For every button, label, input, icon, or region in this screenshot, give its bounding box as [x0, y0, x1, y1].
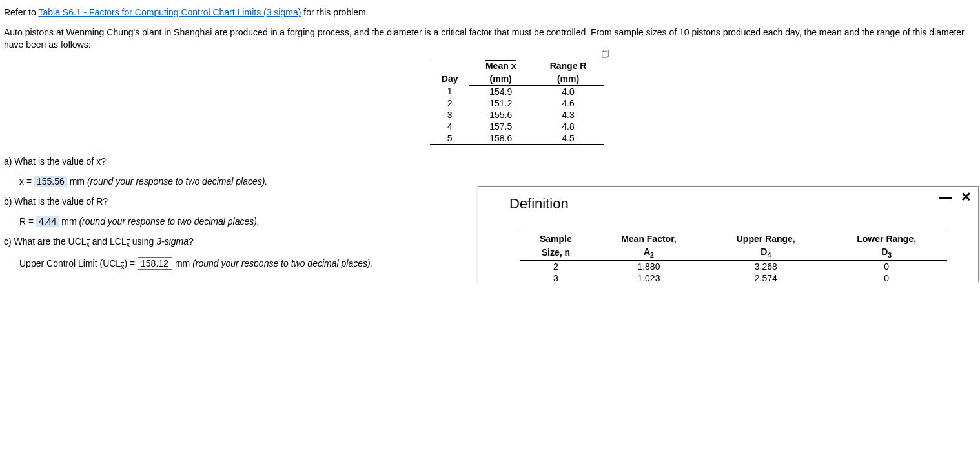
question-a: a) What is the value of x?: [4, 156, 976, 167]
cell-mean: 154.9: [469, 85, 532, 97]
refer-prefix: Refer to: [4, 7, 38, 17]
qc-post: using: [130, 236, 156, 247]
refer-suffix: for this problem.: [301, 7, 368, 17]
table-row: 31.0232.5740: [520, 272, 947, 282]
qb-hint: (round your response to two decimal plac…: [79, 216, 259, 227]
qa-suffix: ?: [101, 156, 106, 167]
sample-data-table: Day Mean x Range R (mm) (mm) 1154.94.021…: [430, 59, 604, 145]
definition-popup: Definition — ✕ Sample Mean Factor, Upper…: [478, 186, 979, 282]
col-day: Day: [430, 59, 469, 85]
cell-range: 4.6: [532, 97, 604, 109]
cell-day: 2: [430, 97, 469, 109]
qc-sigma: 3-sigma: [156, 236, 189, 247]
cell-mean: 157.5: [469, 121, 532, 132]
qc-mid: and LCL: [90, 236, 127, 247]
cell-day: 5: [430, 132, 469, 145]
col-d4-top: Upper Range,: [706, 232, 826, 246]
col-a2-bot: A2: [592, 245, 706, 260]
cell-a2: 1.880: [592, 260, 706, 272]
qc-unit: mm: [172, 258, 192, 268]
cell-range: 4.8: [532, 121, 604, 132]
cell-day: 3: [430, 109, 469, 121]
answer-a: x = 155.56 mm (round your response to tw…: [19, 176, 976, 187]
col-a2-top: Mean Factor,: [592, 232, 706, 246]
qa-prefix: a) What is the value of: [4, 156, 96, 167]
qb-eq: =: [26, 216, 36, 227]
qb-unit: mm: [59, 216, 79, 227]
minimize-icon[interactable]: —: [939, 190, 952, 203]
col-d3-bot: D3: [826, 245, 947, 260]
table-row: 21.8803.2680: [520, 260, 947, 272]
qa-eq: =: [24, 176, 34, 187]
cell-d3: 0: [826, 272, 947, 282]
problem-statement: Auto pistons at Wenming Chung's plant in…: [4, 26, 976, 51]
qc-label-pre: Upper Control Limit (UCL: [19, 258, 121, 268]
qb-prefix: b) What is the value of: [4, 196, 96, 207]
rbar-symbol: R: [96, 196, 103, 207]
col-range-top: Range R: [532, 59, 604, 72]
qc-q: ?: [189, 236, 194, 247]
rbar-ans: R: [19, 216, 26, 227]
table-row: 5158.64.5: [430, 132, 604, 145]
table-row: 2151.24.6: [430, 97, 604, 109]
col-n-bot: Size, n: [520, 245, 592, 260]
answer-a-value[interactable]: 155.56: [34, 176, 67, 187]
sample-data-table-wrap: Day Mean x Range R (mm) (mm) 1154.94.021…: [430, 59, 604, 145]
cell-d3: 0: [826, 260, 947, 272]
col-d3-top: Lower Range,: [826, 232, 947, 246]
table-row: 4157.54.8: [430, 121, 604, 132]
cell-range: 4.3: [532, 109, 604, 121]
cell-mean: 151.2: [469, 97, 532, 109]
close-icon[interactable]: ✕: [961, 190, 972, 203]
qa-hint: (round your response to two decimal plac…: [87, 176, 267, 187]
cell-day: 4: [430, 121, 469, 132]
cell-range: 4.5: [532, 132, 604, 145]
qc-pre: c) What are the UCL: [4, 236, 87, 247]
col-range-bot: (mm): [532, 72, 604, 86]
xdblbar-symbol: x: [96, 156, 101, 167]
qa-unit: mm: [67, 176, 87, 187]
cell-mean: 158.6: [469, 132, 532, 145]
cell-n: 3: [520, 272, 592, 282]
cell-day: 1: [430, 85, 469, 97]
popup-title: Definition: [509, 196, 569, 212]
cell-mean: 155.6: [469, 109, 532, 121]
table-link[interactable]: Table S6.1 - Factors for Computing Contr…: [38, 7, 301, 17]
qb-suffix: ?: [103, 196, 108, 207]
copy-icon[interactable]: [602, 50, 611, 59]
qc-label-post: ) =: [124, 258, 138, 268]
qc-hint: (round your response to two decimal plac…: [192, 258, 373, 268]
answer-c-value[interactable]: 158.12: [138, 257, 172, 270]
cell-d4: 2.574: [706, 272, 826, 282]
cell-a2: 1.023: [592, 272, 706, 282]
col-d4-bot: D4: [706, 245, 826, 260]
svg-rect-1: [602, 51, 607, 57]
table-row: 1154.94.0: [430, 85, 604, 97]
xdblbar-ans: x: [19, 176, 24, 187]
col-mean-top: Mean x: [469, 59, 532, 72]
cell-n: 2: [520, 260, 592, 272]
factor-table: Sample Mean Factor, Upper Range, Lower R…: [520, 232, 947, 282]
cell-d4: 3.268: [706, 260, 826, 272]
col-n-top: Sample: [520, 232, 592, 246]
table-row: 3155.64.3: [430, 109, 604, 121]
cell-range: 4.0: [532, 85, 604, 97]
refer-line: Refer to Table S6.1 - Factors for Comput…: [4, 6, 976, 19]
answer-b-value[interactable]: 4.44: [36, 216, 59, 227]
col-mean-bot: (mm): [469, 72, 532, 86]
